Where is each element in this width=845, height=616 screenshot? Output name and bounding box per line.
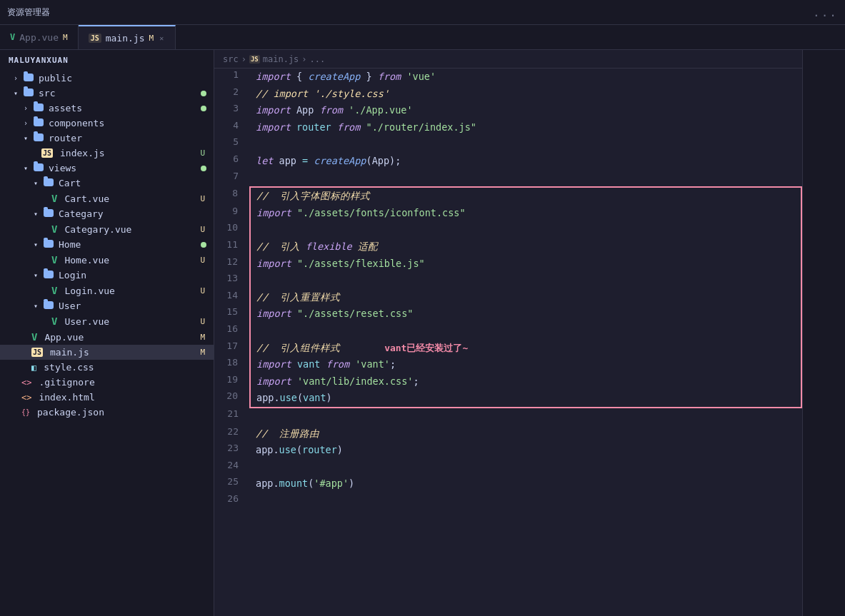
sidebar-item-login-vue[interactable]: VLogin.vueU bbox=[0, 283, 214, 298]
sidebar-item-assets[interactable]: ›assets bbox=[0, 101, 214, 116]
line-row: 3import App from './App.vue' bbox=[214, 102, 801, 119]
line-number: 13 bbox=[214, 272, 250, 289]
breadcrumb-src: src bbox=[223, 54, 239, 64]
line-row: 14// 引入重置样式 bbox=[214, 289, 801, 306]
token-var: app bbox=[256, 478, 273, 489]
token-str: '#app' bbox=[314, 478, 349, 489]
sidebar-item-label: Categary bbox=[56, 208, 214, 219]
sidebar-item-label: src bbox=[36, 88, 201, 99]
token-punct: ); bbox=[389, 155, 401, 166]
sidebar-item-router-index[interactable]: JSindex.jsU bbox=[0, 146, 214, 161]
line-content bbox=[250, 272, 801, 289]
file-badge: U bbox=[197, 194, 208, 203]
sidebar-item-router[interactable]: ▾router bbox=[0, 131, 214, 146]
token-punct: ; bbox=[390, 358, 396, 370]
line-row: 9import "./assets/fonts/iconfont.css" bbox=[214, 205, 801, 222]
token-str: "./assets/fonts/iconfont.css" bbox=[297, 207, 466, 218]
js-file-icon: JS bbox=[31, 348, 43, 357]
folder-arrow-icon: › bbox=[10, 74, 21, 82]
token-punct bbox=[343, 104, 349, 116]
line-row: 18import vant from 'vant'; bbox=[214, 356, 801, 373]
line-row: 11// 引入 flexible 适配 bbox=[214, 238, 801, 256]
line-content: // 引入字体图标的样式 bbox=[250, 187, 801, 205]
vue-icon: V bbox=[10, 32, 15, 42]
sidebar-item-user-vue[interactable]: VUser.vueU bbox=[0, 313, 214, 329]
line-number: 6 bbox=[214, 153, 250, 170]
sidebar-item-label: views bbox=[46, 163, 201, 173]
breadcrumb-mainjs: main.js bbox=[263, 54, 299, 64]
sidebar-item-components[interactable]: ›components bbox=[0, 116, 214, 131]
sidebar-title: MALUYANXUAN bbox=[0, 50, 214, 71]
breadcrumb: src › JS main.js › ... bbox=[214, 50, 802, 69]
more-options-icon[interactable]: ... bbox=[813, 6, 838, 19]
vue-file-icon: V bbox=[51, 254, 57, 266]
token-punct: ( bbox=[296, 444, 302, 455]
token-kw-import: import bbox=[256, 375, 291, 387]
folder-arrow-icon: › bbox=[20, 104, 31, 112]
sidebar-item-views[interactable]: ▾views bbox=[0, 161, 214, 176]
sidebar-item-main-js-file[interactable]: JSmain.jsM bbox=[0, 345, 214, 360]
sidebar-item-label: components bbox=[46, 118, 214, 128]
line-row: 12import "./assets/flexible.js" bbox=[214, 256, 801, 273]
line-row: 16 bbox=[214, 323, 801, 340]
sidebar-item-login-folder[interactable]: ▾Login bbox=[0, 268, 214, 283]
line-number: 3 bbox=[214, 102, 250, 119]
code-editor[interactable]: 1import { createApp } from 'vue'2// impo… bbox=[214, 69, 802, 616]
sidebar-item-cart-folder[interactable]: ▾Cart bbox=[0, 176, 214, 191]
sidebar-item-label: App.vue bbox=[41, 332, 197, 343]
sidebar-item-home-vue[interactable]: VHome.vueU bbox=[0, 252, 214, 268]
token-punct: { bbox=[291, 71, 308, 82]
sidebar-item-app-vue-file[interactable]: VApp.vueM bbox=[0, 329, 214, 345]
breadcrumb-dots: ... bbox=[310, 54, 326, 64]
token-punct: ( bbox=[297, 392, 303, 403]
file-badge: U bbox=[197, 317, 208, 326]
folder-arrow-icon: ▾ bbox=[30, 302, 41, 310]
sidebar-item-categary-folder[interactable]: ▾Categary bbox=[0, 206, 214, 221]
sidebar-item-gitignore[interactable]: <>.gitignore bbox=[0, 375, 214, 390]
line-number: 19 bbox=[214, 373, 250, 390]
sidebar-item-user-folder[interactable]: ▾User bbox=[0, 298, 214, 313]
token-kw-from: from bbox=[326, 358, 350, 370]
sidebar-item-label: public bbox=[36, 73, 214, 84]
folder-arrow-icon: › bbox=[20, 119, 31, 127]
token-punct: ) bbox=[349, 478, 354, 489]
tab-main-js[interactable]: JS main.js M ✕ bbox=[79, 25, 176, 49]
line-number: 16 bbox=[214, 323, 250, 340]
tab-main-js-badge: M bbox=[149, 34, 154, 43]
sidebar-item-src[interactable]: ▾src bbox=[0, 86, 214, 101]
token-str: 'vant/lib/index.css' bbox=[297, 375, 414, 387]
line-content: // 引入重置样式 bbox=[250, 289, 801, 306]
token-punct bbox=[291, 121, 296, 133]
line-row: 21 bbox=[214, 408, 801, 425]
line-content: // import './style.css' bbox=[250, 86, 801, 103]
token-punct: ) bbox=[326, 392, 332, 403]
sidebar-item-cart-vue[interactable]: VCart.vueU bbox=[0, 191, 214, 206]
sidebar-item-public[interactable]: ›public bbox=[0, 71, 214, 86]
sidebar-item-label: Cart.vue bbox=[61, 193, 197, 204]
line-number: 10 bbox=[214, 221, 250, 238]
tab-close-button[interactable]: ✕ bbox=[158, 33, 165, 44]
line-content: // 引入 flexible 适配 bbox=[250, 238, 801, 256]
folder-icon bbox=[31, 163, 46, 173]
token-punct bbox=[291, 308, 297, 319]
line-number: 20 bbox=[214, 390, 250, 408]
status-badge bbox=[201, 242, 206, 248]
line-content bbox=[250, 323, 801, 340]
token-method: use bbox=[279, 444, 296, 455]
line-number: 8 bbox=[214, 187, 250, 205]
sidebar-item-index-html[interactable]: <>index.html bbox=[0, 390, 214, 405]
folder-icon bbox=[41, 301, 56, 311]
sidebar-item-label: assets bbox=[46, 103, 201, 113]
sidebar-item-style-css[interactable]: ◧style.css bbox=[0, 360, 214, 375]
breadcrumb-sep2: › bbox=[301, 54, 306, 64]
token-punct bbox=[291, 358, 297, 370]
sidebar-item-home-folder[interactable]: ▾Home bbox=[0, 237, 214, 252]
token-id-router: router bbox=[302, 444, 337, 455]
sidebar-item-categary-vue[interactable]: VCategary.vueU bbox=[0, 221, 214, 237]
sidebar-item-package-json[interactable]: {}package.json bbox=[0, 405, 214, 420]
line-number: 25 bbox=[214, 475, 250, 493]
tab-app-vue[interactable]: V App.vue M bbox=[0, 25, 79, 49]
sidebar-item-label: main.js bbox=[47, 347, 197, 358]
line-number: 24 bbox=[214, 459, 250, 476]
line-row: 15import "./assets/reset.css" bbox=[214, 306, 801, 323]
